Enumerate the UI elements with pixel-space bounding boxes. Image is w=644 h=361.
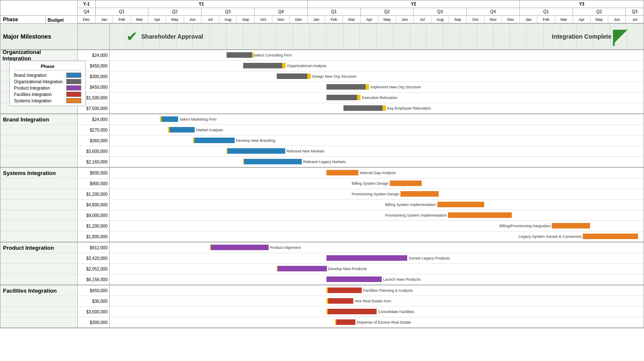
product-row-3: $2,052,000 Develop New Products <box>0 264 644 274</box>
year-header: Y-1 Y1 Y2 Y3 <box>78 0 644 8</box>
milestone-row: Major Milestones <box>0 24 644 50</box>
facilities-row-3: $3,600,000 Consolidate Facilities <box>0 307 644 317</box>
product-row-1: Product Integration $912,000 Product Ali… <box>0 243 644 253</box>
brand-row-4: $3,600,000 Rebrand New Markets <box>0 146 644 157</box>
data-row: OrganizationalIntegration $24,000 Select… <box>0 50 644 61</box>
data-row: Phase Brand Integration Organizational I… <box>0 103 644 113</box>
section-facilities-integration: Facilities Integration $450,000 Faciliti… <box>0 285 644 328</box>
milestone-title: Major Milestones <box>0 24 78 49</box>
systems-row-2: $900,000 Billing System Design <box>0 178 644 189</box>
quarter-header: Q4 Q1 Q2 Q3 Q4 Q1 Q2 Q3 Q4 Q1 Q2 Q3 <box>78 8 644 16</box>
milestone-shareholder: ✔ Shareholder Approval <box>126 30 203 43</box>
data-row: $300,000 Design New Org Structure <box>0 71 644 82</box>
section-brand-integration: Brand Integration $24,000 Select Marketi… <box>0 114 644 168</box>
brand-row-2: $270,000 Market Analysis <box>0 125 644 135</box>
brand-row-1: Brand Integration $24,000 Select Marketi… <box>0 114 644 125</box>
gantt-chart: Phase Budget Y-1 Y1 Y2 Y3 Q4 Q1 <box>0 0 644 328</box>
data-row: $450,000 Implement New Org Structure <box>0 82 644 93</box>
brand-row-3: $360,000 Develop New Branding <box>0 135 644 146</box>
budget-label: Budget <box>45 16 77 23</box>
systems-row-3: $1,200,000 Provisioning System Design <box>0 189 644 200</box>
product-row-4: $6,156,000 Launch New Products <box>0 274 644 285</box>
section-product-integration: Product Integration $912,000 Product Ali… <box>0 243 644 285</box>
systems-row-1: Systems Integration $900,000 Internal Ga… <box>0 168 644 178</box>
facilities-row-2: $36,000 Hire Real Estate Firm <box>0 296 644 307</box>
section-title-org: OrganizationalIntegration <box>3 49 41 62</box>
legend: Phase Brand Integration Organizational I… <box>9 61 86 106</box>
facilities-row-1: Facilities Integration $450,000 Faciliti… <box>0 285 644 296</box>
month-header: Dec Jan Feb Mar Apr May Jun Jul Aug Sep … <box>78 16 644 23</box>
section-org-integration: OrganizationalIntegration $24,000 Select… <box>0 50 644 114</box>
systems-row-6: $1,200,000 Billing/Provisioning Integrat… <box>0 221 644 231</box>
section-title-brand: Brand Integration <box>0 115 51 124</box>
data-row: $1,500,000 Executive Relocation <box>0 93 644 103</box>
brand-row-5: $2,160,000 Rebrand Legacy Markets <box>0 157 644 167</box>
systems-row-4: $4,800,000 Billing System Implementation <box>0 200 644 210</box>
milestone-integration-complete: Integration Complete <box>552 30 627 43</box>
phase-label: Phase <box>0 16 45 23</box>
facilities-row-4: $300,000 Dispense of Excess Real Estate <box>0 317 644 327</box>
systems-row-7: $1,800,000 Legacy System Sunset & Conver… <box>0 231 644 242</box>
section-systems-integration: Systems Integration $900,000 Internal Ga… <box>0 168 644 243</box>
systems-row-5: $9,000,000 Provisioning System Implement… <box>0 210 644 221</box>
product-row-2: $3,420,000 Sunset Legacy Products <box>0 253 644 264</box>
data-row: $450,000 Organizational Analysis <box>0 61 644 71</box>
